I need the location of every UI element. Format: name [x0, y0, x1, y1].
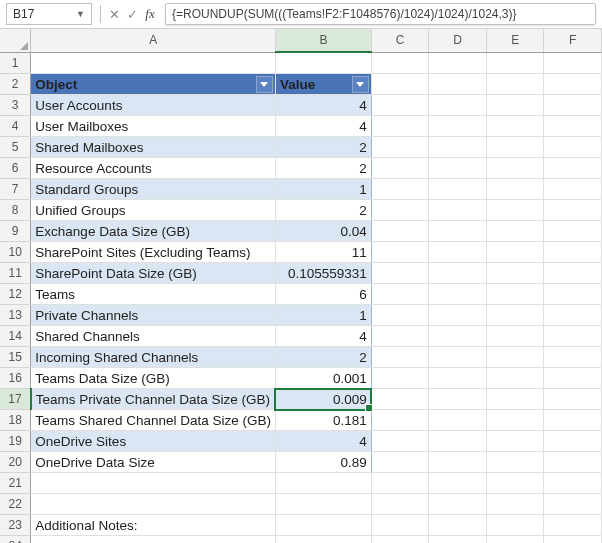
- cell-A18[interactable]: Teams Shared Channel Data Size (GB): [31, 410, 276, 431]
- cell-C24[interactable]: [371, 536, 429, 544]
- row-head-12[interactable]: 12: [0, 284, 31, 305]
- cell-F18[interactable]: [544, 410, 602, 431]
- col-head-f[interactable]: F: [544, 29, 602, 52]
- cell-A11[interactable]: SharePoint Data Size (GB): [31, 263, 276, 284]
- select-all-corner[interactable]: [0, 29, 31, 52]
- row-head-10[interactable]: 10: [0, 242, 31, 263]
- cell-F7[interactable]: [544, 179, 602, 200]
- cell-B18[interactable]: 0.181: [275, 410, 371, 431]
- row-head-22[interactable]: 22: [0, 494, 31, 515]
- row-head-14[interactable]: 14: [0, 326, 31, 347]
- cell-E2[interactable]: [486, 74, 544, 95]
- cell-F2[interactable]: [544, 74, 602, 95]
- cell-E1[interactable]: [486, 52, 544, 74]
- cell-B4[interactable]: 4: [275, 116, 371, 137]
- cell-A15[interactable]: Incoming Shared Channels: [31, 347, 276, 368]
- name-box[interactable]: B17 ▼: [6, 3, 92, 25]
- cell-E21[interactable]: [486, 473, 544, 494]
- cell-F5[interactable]: [544, 137, 602, 158]
- cell-F3[interactable]: [544, 95, 602, 116]
- cell-C1[interactable]: [371, 52, 429, 74]
- cell-A7[interactable]: Standard Groups: [31, 179, 276, 200]
- cell-C14[interactable]: [371, 326, 429, 347]
- cell-A2[interactable]: Object: [31, 74, 276, 95]
- cell-F4[interactable]: [544, 116, 602, 137]
- cell-A8[interactable]: Unified Groups: [31, 200, 276, 221]
- fx-icon[interactable]: fx: [141, 6, 159, 22]
- cell-A9[interactable]: Exchange Data Size (GB): [31, 221, 276, 242]
- cell-E8[interactable]: [486, 200, 544, 221]
- cell-E12[interactable]: [486, 284, 544, 305]
- cell-C21[interactable]: [371, 473, 429, 494]
- cell-B12[interactable]: 6: [275, 284, 371, 305]
- cell-C12[interactable]: [371, 284, 429, 305]
- cell-A19[interactable]: OneDrive Sites: [31, 431, 276, 452]
- cell-B8[interactable]: 2: [275, 200, 371, 221]
- formula-input[interactable]: {=ROUNDUP(SUM(((Teams!F2:F1048576)/1024)…: [165, 3, 596, 25]
- cell-D8[interactable]: [429, 200, 487, 221]
- row-head-20[interactable]: 20: [0, 452, 31, 473]
- row-head-6[interactable]: 6: [0, 158, 31, 179]
- cell-E19[interactable]: [486, 431, 544, 452]
- cell-B19[interactable]: 4: [275, 431, 371, 452]
- cell-D10[interactable]: [429, 242, 487, 263]
- cell-F12[interactable]: [544, 284, 602, 305]
- cell-D9[interactable]: [429, 221, 487, 242]
- cell-E14[interactable]: [486, 326, 544, 347]
- col-head-d[interactable]: D: [429, 29, 487, 52]
- cell-D14[interactable]: [429, 326, 487, 347]
- cell-E17[interactable]: [486, 389, 544, 410]
- row-head-21[interactable]: 21: [0, 473, 31, 494]
- cell-F21[interactable]: [544, 473, 602, 494]
- cell-D20[interactable]: [429, 452, 487, 473]
- row-head-1[interactable]: 1: [0, 52, 31, 74]
- cell-D16[interactable]: [429, 368, 487, 389]
- cell-F1[interactable]: [544, 52, 602, 74]
- cell-E16[interactable]: [486, 368, 544, 389]
- cell-B13[interactable]: 1: [275, 305, 371, 326]
- cell-A21[interactable]: [31, 473, 276, 494]
- cell-E10[interactable]: [486, 242, 544, 263]
- cell-D23[interactable]: [429, 515, 487, 536]
- cell-E20[interactable]: [486, 452, 544, 473]
- cell-B20[interactable]: 0.89: [275, 452, 371, 473]
- cell-A4[interactable]: User Mailboxes: [31, 116, 276, 137]
- cell-B7[interactable]: 1: [275, 179, 371, 200]
- cell-B2[interactable]: Value: [275, 74, 371, 95]
- cell-F15[interactable]: [544, 347, 602, 368]
- cell-B17[interactable]: 0.009: [275, 389, 371, 410]
- cell-A1[interactable]: [31, 52, 276, 74]
- cell-D4[interactable]: [429, 116, 487, 137]
- cell-B10[interactable]: 11: [275, 242, 371, 263]
- cell-D18[interactable]: [429, 410, 487, 431]
- cell-B16[interactable]: 0.001: [275, 368, 371, 389]
- row-head-19[interactable]: 19: [0, 431, 31, 452]
- row-head-8[interactable]: 8: [0, 200, 31, 221]
- cell-E3[interactable]: [486, 95, 544, 116]
- col-head-a[interactable]: A: [31, 29, 276, 52]
- cell-B23[interactable]: [275, 515, 371, 536]
- cell-A20[interactable]: OneDrive Data Size: [31, 452, 276, 473]
- cell-A6[interactable]: Resource Accounts: [31, 158, 276, 179]
- cell-F22[interactable]: [544, 494, 602, 515]
- cell-A24[interactable]: [31, 536, 276, 544]
- col-head-c[interactable]: C: [371, 29, 429, 52]
- cell-E13[interactable]: [486, 305, 544, 326]
- cell-C8[interactable]: [371, 200, 429, 221]
- cell-B9[interactable]: 0.04: [275, 221, 371, 242]
- cell-C11[interactable]: [371, 263, 429, 284]
- row-head-13[interactable]: 13: [0, 305, 31, 326]
- cell-C3[interactable]: [371, 95, 429, 116]
- cell-A12[interactable]: Teams: [31, 284, 276, 305]
- cell-B3[interactable]: 4: [275, 95, 371, 116]
- cancel-icon[interactable]: ✕: [105, 7, 123, 22]
- row-head-18[interactable]: 18: [0, 410, 31, 431]
- cell-C19[interactable]: [371, 431, 429, 452]
- cell-A16[interactable]: Teams Data Size (GB): [31, 368, 276, 389]
- cell-B6[interactable]: 2: [275, 158, 371, 179]
- cell-D7[interactable]: [429, 179, 487, 200]
- cell-A5[interactable]: Shared Mailboxes: [31, 137, 276, 158]
- row-head-23[interactable]: 23: [0, 515, 31, 536]
- check-icon[interactable]: ✓: [123, 7, 141, 22]
- cell-F6[interactable]: [544, 158, 602, 179]
